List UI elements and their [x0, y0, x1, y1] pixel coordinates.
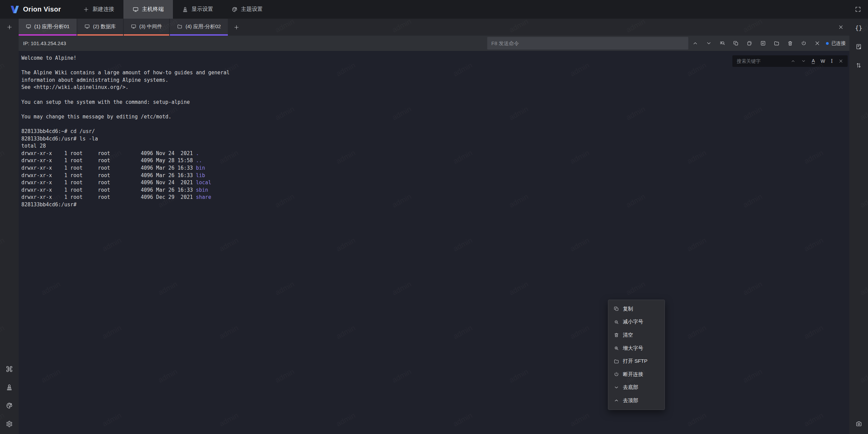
- monitor-icon: [84, 24, 90, 29]
- sidebar-theme-settings-button[interactable]: [0, 399, 19, 412]
- power-icon: [614, 372, 619, 377]
- terminal-line: [21, 120, 849, 128]
- directory-name: sbin: [196, 187, 208, 193]
- host-ip-label[interactable]: IP: 101.43.254.243: [19, 40, 487, 46]
- find-prev-button[interactable]: [791, 59, 795, 63]
- tab-label: (3) 中间件: [139, 23, 162, 30]
- left-sidebar-bottom: [0, 362, 19, 434]
- directory-name: share: [196, 194, 211, 200]
- terminal-line: You can setup the system with the comman…: [21, 99, 849, 106]
- brand[interactable]: Orion Visor: [0, 5, 61, 14]
- menu-item-clear[interactable]: 清空: [608, 328, 665, 342]
- terminal-line: information about administrating Alpine …: [21, 77, 849, 84]
- clear-button[interactable]: [783, 36, 797, 51]
- sidebar-screenshot-button[interactable]: [849, 417, 868, 431]
- chevron-down-icon: [801, 59, 806, 63]
- menu-item-label: 清空: [623, 332, 633, 338]
- menu-item-copy[interactable]: 复制: [608, 302, 665, 316]
- copy-button[interactable]: [729, 36, 743, 51]
- terminal-tab-1[interactable]: (1) 应用-分析01: [19, 19, 77, 36]
- gear-icon: [6, 420, 13, 428]
- menu-item-open-sftp[interactable]: 打开 SFTP: [608, 355, 665, 368]
- terminal-line: [21, 106, 849, 113]
- sidebar-display-settings-button[interactable]: [0, 380, 19, 394]
- menu-item-font-increase[interactable]: 增大字号: [608, 342, 665, 355]
- nav-item-display-settings[interactable]: 显示设置: [173, 0, 222, 19]
- close-icon: [814, 40, 820, 46]
- stamp-icon: [182, 6, 188, 13]
- directory-name: local: [196, 180, 211, 186]
- close-all-tabs-button[interactable]: [832, 19, 849, 36]
- terminal-tab-2[interactable]: (2) 数据库: [77, 19, 123, 36]
- tab-label: (1) 应用-分析01: [34, 23, 70, 30]
- terminal-toolbar: IP: 101.43.254.243 已连接: [19, 36, 849, 51]
- menu-item-label: 去顶部: [623, 397, 638, 404]
- regex-button[interactable]: I: [831, 59, 833, 63]
- top-navbar: Orion Visor 新建连接主机终端显示设置主题设置: [0, 0, 868, 19]
- terminal-line: total 28: [21, 143, 849, 150]
- toolbar-actions: [688, 36, 824, 51]
- terminal-line: drwxr-xr-x 1 root root 4096 Dec 29 2021 …: [21, 194, 849, 201]
- sidebar-new-tab-button[interactable]: [0, 19, 19, 36]
- send-command-input[interactable]: [487, 37, 688, 50]
- scroll-to-top-button[interactable]: [688, 36, 702, 51]
- scroll-to-bottom-button[interactable]: [702, 36, 715, 51]
- close-search-button[interactable]: [839, 59, 843, 63]
- match-case-button[interactable]: A: [812, 58, 815, 64]
- paste-icon: [747, 40, 752, 46]
- nav-item-host-terminal[interactable]: 主机终端: [123, 0, 173, 19]
- sidebar-command-snippets-button[interactable]: [0, 362, 19, 376]
- right-sidebar-top: {}: [849, 19, 868, 75]
- chevron-down-icon: [706, 40, 712, 46]
- folder-icon: [177, 24, 182, 29]
- sidebar-doc-bookmark-button[interactable]: [849, 37, 868, 56]
- palette-icon: [232, 6, 238, 13]
- find-next-button[interactable]: [801, 59, 806, 63]
- terminal-line: [21, 62, 849, 70]
- nav-item-label: 主机终端: [142, 6, 164, 13]
- tab-label: (2) 数据库: [93, 23, 116, 30]
- palette-icon: [6, 402, 13, 409]
- nav-item-label: 主题设置: [241, 6, 263, 13]
- whole-word-button[interactable]: W: [821, 59, 825, 63]
- fullscreen-button[interactable]: [855, 6, 861, 13]
- nav-item-theme-settings[interactable]: 主题设置: [222, 0, 272, 19]
- add-tab-button[interactable]: [229, 19, 244, 36]
- paste-button[interactable]: [743, 36, 756, 51]
- status-dot: [826, 42, 829, 45]
- menu-item-to-top[interactable]: 去顶部: [608, 394, 665, 407]
- disconnect-button[interactable]: [797, 36, 810, 51]
- menu-item-font-decrease[interactable]: 减小字号: [608, 316, 665, 329]
- power-icon: [801, 40, 807, 46]
- zoom-in-icon: [614, 345, 619, 351]
- terminal-area[interactable]: Welcome to Alpine! The Alpine Wiki conta…: [19, 51, 849, 434]
- copy-icon: [733, 40, 739, 46]
- terminal-line: 828133bb4cd6:/usr# ls -la: [21, 135, 849, 143]
- terminal-line: drwxr-xr-x 1 root root 4096 Nov 24 2021 …: [21, 179, 849, 187]
- menu-item-label: 打开 SFTP: [623, 358, 648, 364]
- search-button[interactable]: [715, 36, 729, 51]
- sidebar-settings-button[interactable]: [0, 417, 19, 431]
- sidebar-transfer-list-button[interactable]: [849, 56, 868, 75]
- command-snippet-button[interactable]: [756, 36, 770, 51]
- open-sftp-button[interactable]: [770, 36, 783, 51]
- terminal-line: [21, 91, 849, 99]
- folder-icon: [774, 40, 780, 46]
- right-sidebar-bottom: [849, 417, 868, 434]
- search-keyword-input[interactable]: [737, 58, 791, 64]
- command-icon: [6, 365, 13, 373]
- plus-icon: [6, 24, 13, 30]
- terminal-line: 828133bb4cd6:/usr#: [21, 201, 849, 209]
- code-icon: [760, 40, 766, 46]
- copy-icon: [614, 306, 619, 312]
- trash-icon: [614, 332, 619, 338]
- nav-item-new-connection[interactable]: 新建连接: [74, 0, 123, 19]
- terminal-line: drwxr-xr-x 1 root root 4096 Mar 26 16:33…: [21, 172, 849, 180]
- terminal-tab-4[interactable]: (4) 应用-分析02: [170, 19, 228, 36]
- menu-item-to-bottom[interactable]: 去底部: [608, 381, 665, 394]
- menu-item-disconnect[interactable]: 断开连接: [608, 368, 665, 381]
- menu-item-label: 去底部: [623, 384, 638, 391]
- terminal-tab-3[interactable]: (3) 中间件: [124, 19, 170, 36]
- sidebar-variables-button[interactable]: {}: [849, 19, 868, 37]
- close-button[interactable]: [810, 36, 824, 51]
